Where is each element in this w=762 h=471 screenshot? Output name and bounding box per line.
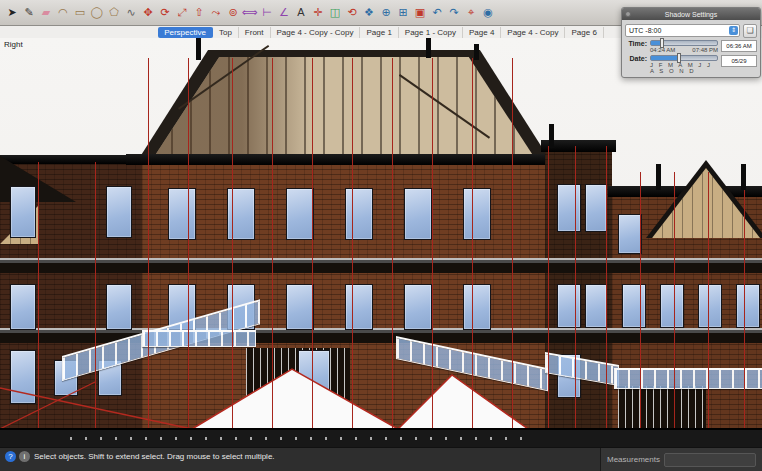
toggle-shadows-button[interactable]: ❏: [743, 24, 757, 38]
dialog-titlebar[interactable]: Shadow Settings: [622, 8, 760, 20]
window: [660, 284, 684, 328]
line-tool[interactable]: ✎: [21, 4, 37, 22]
polygon-tool[interactable]: ⬠: [106, 4, 122, 22]
push-pull-tool[interactable]: ⇧: [191, 4, 207, 22]
section-line: [272, 58, 273, 430]
window: [404, 188, 432, 240]
next-view-tool[interactable]: ↷: [446, 4, 462, 22]
dialog-title: Shadow Settings: [665, 11, 718, 18]
status-bar: ? i Select objects. Shift to extend sele…: [0, 447, 762, 471]
orbit-tool[interactable]: ⟲: [344, 4, 360, 22]
tool-icon: ⟺: [242, 7, 258, 18]
date-slider[interactable]: [650, 55, 718, 61]
axes-tool[interactable]: ✛: [310, 4, 326, 22]
position-camera-tool[interactable]: ⌖: [463, 4, 479, 22]
right-balcony-railing: [614, 368, 762, 389]
window: [106, 186, 132, 238]
tool-icon: ↷: [449, 7, 458, 18]
circle-tool[interactable]: ◯: [89, 4, 105, 22]
dimension-tool[interactable]: ⊢: [259, 4, 275, 22]
scene-tab[interactable]: Top: [213, 27, 239, 38]
scene-tab[interactable]: Page 4: [463, 27, 501, 38]
tool-icon: ✛: [313, 7, 322, 18]
window: [10, 186, 36, 238]
window: [106, 284, 132, 330]
measurements-input[interactable]: [664, 453, 756, 467]
tool-icon: ◠: [58, 7, 68, 18]
window: [736, 284, 760, 328]
left-wing-roofline: [0, 155, 142, 164]
window: [345, 188, 373, 240]
zoom-window-tool[interactable]: ⊞: [395, 4, 411, 22]
freehand-tool[interactable]: ∿: [123, 4, 139, 22]
section-line: [95, 162, 96, 430]
window: [622, 284, 646, 328]
previous-view-tool[interactable]: ↶: [429, 4, 445, 22]
section-line: [708, 172, 709, 430]
zoom-extents-tool[interactable]: ▣: [412, 4, 428, 22]
rotate-tool[interactable]: ⟳: [157, 4, 173, 22]
eraser-tool[interactable]: ▰: [38, 4, 54, 22]
timezone-select[interactable]: UTC -8:00 ⇕: [625, 24, 740, 37]
offset-tool[interactable]: ⊚: [225, 4, 241, 22]
look-around-tool[interactable]: ◉: [480, 4, 496, 22]
section-line: [744, 172, 745, 430]
move-tool[interactable]: ✥: [140, 4, 156, 22]
tool-icon: ⊞: [398, 7, 407, 18]
tool-icon: ❖: [364, 7, 374, 18]
zoom-tool[interactable]: ⊕: [378, 4, 394, 22]
tape-measure-tool[interactable]: ⟺: [242, 4, 258, 22]
section-line: [38, 162, 39, 430]
date-slider-knob[interactable]: [677, 53, 681, 63]
section-line: [575, 146, 576, 430]
arc-tool[interactable]: ◠: [55, 4, 71, 22]
protractor-tool[interactable]: ∠: [276, 4, 292, 22]
rectangle-tool[interactable]: ▭: [72, 4, 88, 22]
scene-tab[interactable]: Page 4 - Copy: [501, 27, 565, 38]
time-slider[interactable]: [650, 40, 718, 46]
window: [463, 284, 491, 330]
scene-tab[interactable]: Page 6: [565, 27, 603, 38]
select-arrows-icon: ⇕: [729, 26, 738, 35]
roof-post: [656, 164, 661, 190]
parking-marks: [70, 437, 530, 440]
scene-tab[interactable]: Page 4 - Copy - Copy: [271, 27, 361, 38]
text-tool[interactable]: A: [293, 4, 309, 22]
select-tool[interactable]: ➤: [4, 4, 20, 22]
section-line: [232, 58, 233, 430]
roof-rafters: [152, 57, 536, 160]
model-viewport[interactable]: Right: [0, 38, 762, 447]
section-line: [606, 146, 607, 430]
window: [585, 184, 607, 232]
left-walkway-railing: [142, 330, 256, 347]
time-slider-knob[interactable]: [660, 38, 664, 48]
ground-strip: [0, 428, 762, 447]
tool-icon: ▣: [415, 7, 425, 18]
date-input[interactable]: 05/29: [721, 55, 757, 67]
tool-icon: ✎: [24, 7, 33, 18]
window: [585, 284, 607, 328]
scene-tab[interactable]: Front: [239, 27, 271, 38]
scale-tool[interactable]: ⤢: [174, 4, 190, 22]
help-icon[interactable]: ?: [5, 451, 16, 462]
window: [10, 350, 36, 404]
scene-tab[interactable]: Perspective: [158, 27, 213, 38]
window: [557, 184, 581, 232]
scene-tab[interactable]: Page 1 - Copy: [399, 27, 463, 38]
tool-icon: ⬠: [109, 7, 119, 18]
tool-icon: ➤: [7, 7, 16, 18]
window: [463, 188, 491, 240]
info-icon[interactable]: i: [19, 451, 30, 462]
window: [345, 284, 373, 330]
time-input[interactable]: 06:36 AM: [721, 40, 757, 52]
follow-me-tool[interactable]: ⤳: [208, 4, 224, 22]
window: [286, 284, 314, 330]
tool-icon: ∠: [279, 7, 289, 18]
window: [698, 284, 722, 328]
timezone-value: UTC -8:00: [629, 27, 661, 34]
section-plane-tool[interactable]: ◫: [327, 4, 343, 22]
scene-tab[interactable]: Page 1: [360, 27, 398, 38]
pan-tool[interactable]: ❖: [361, 4, 377, 22]
window: [10, 284, 36, 330]
close-icon[interactable]: [625, 11, 631, 17]
